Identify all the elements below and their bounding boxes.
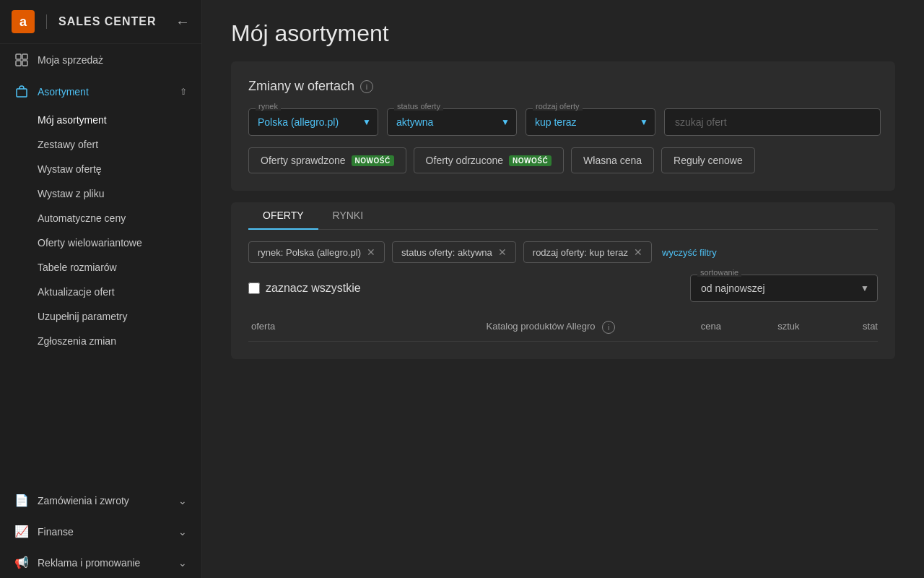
- reguly-cenowe-label: Reguły cenowe: [674, 155, 743, 166]
- check-all-text: zaznacz wszystkie: [266, 282, 361, 295]
- rynek-label: rynek: [256, 102, 281, 111]
- wlasna-cena-label: Własna cena: [583, 155, 642, 166]
- reguly-cenowe-button[interactable]: Reguły cenowe: [661, 147, 755, 173]
- chip-rodzaj-label: rodzaj oferty: kup teraz: [533, 247, 628, 258]
- status-label: status oferty: [394, 102, 443, 111]
- sidebar-item-finanse[interactable]: 📈 Finanse ⌄: [0, 516, 201, 547]
- main-content: Mój asortyment Zmiany w ofertach i rynek…: [202, 0, 924, 578]
- back-button[interactable]: ←: [175, 14, 190, 30]
- sidebar-item-zamowienia-label: Zamówienia i zwroty: [38, 495, 129, 506]
- oferty-sprawdzone-button[interactable]: Oferty sprawdzone NOWOŚĆ: [248, 147, 406, 173]
- section-info-icon[interactable]: i: [360, 80, 373, 93]
- sidebar-item-finanse-label: Finanse: [38, 526, 74, 538]
- sidebar-item-asortyment-label: Asortyment: [38, 86, 89, 98]
- sidebar-item-automatyczne-ceny[interactable]: Automatyczne ceny: [0, 206, 201, 230]
- section-title-row: Zmiany w ofertach i: [248, 79, 878, 94]
- svg-rect-2: [16, 61, 21, 66]
- header-divider: [46, 14, 47, 29]
- svg-rect-1: [22, 54, 27, 59]
- sidebar-item-reklama[interactable]: 📢 Reklama i promowanie ⌄: [0, 547, 201, 578]
- oferty-odrzucone-badge: NOWOŚĆ: [509, 155, 552, 166]
- chip-rynek-close-icon[interactable]: ✕: [367, 246, 375, 258]
- offers-card: OFERTY RYNKI rynek: Polska (allegro.pl) …: [231, 202, 895, 359]
- th-katalog-text: Katalog produktów Allegro: [487, 321, 596, 332]
- filters-row: rynek Polska (allegro.pl) ▼ status ofert…: [248, 108, 878, 136]
- check-all-checkbox[interactable]: [248, 282, 260, 294]
- sidebar-item-zgloszenia-zmian[interactable]: Zgłoszenia zmian: [0, 329, 201, 353]
- oferty-sprawdzone-badge: NOWOŚĆ: [352, 155, 394, 166]
- svg-rect-3: [22, 61, 27, 66]
- sidebar-item-uzupelnij-parametry[interactable]: Uzupełnij parametry: [0, 304, 201, 329]
- chip-rodzaj-close-icon[interactable]: ✕: [634, 246, 642, 258]
- rynek-select-wrap: Polska (allegro.pl) ▼: [248, 108, 378, 136]
- sort-select-wrap: od najnowszej od najstarszej cena rosnąc…: [690, 275, 878, 302]
- sidebar-item-zamowienia[interactable]: 📄 Zamówienia i zwroty ⌄: [0, 485, 201, 516]
- chip-status-label: status oferty: aktywna: [401, 247, 492, 258]
- oferty-odrzucone-button[interactable]: Oferty odrzucone NOWOŚĆ: [414, 147, 565, 173]
- search-input[interactable]: [664, 108, 881, 136]
- chip-rynek: rynek: Polska (allegro.pl) ✕: [248, 241, 385, 263]
- sidebar-item-moj-asortyment[interactable]: Mój asortyment: [0, 108, 201, 132]
- page-title: Mój asortyment: [231, 20, 895, 47]
- logo-icon: a: [12, 10, 35, 33]
- tab-oferty[interactable]: OFERTY: [248, 202, 318, 230]
- oferty-sprawdzone-label: Oferty sprawdzone: [261, 155, 346, 166]
- finanse-chevron-icon: ⌄: [178, 526, 187, 538]
- status-filter-group: status oferty aktywna ▼: [387, 108, 517, 136]
- chip-rodzaj: rodzaj oferty: kup teraz ✕: [523, 241, 652, 263]
- th-sztuk: sztuk: [721, 321, 800, 334]
- sort-group: sortowanie od najnowszej od najstarszej …: [690, 275, 878, 302]
- check-all-label[interactable]: zaznacz wszystkie: [248, 282, 361, 295]
- katalog-info-icon[interactable]: i: [602, 321, 615, 334]
- grid-icon: [14, 53, 29, 67]
- finance-icon: 📈: [14, 525, 29, 538]
- sidebar-header: a SALES CENTER ←: [0, 0, 201, 44]
- rynek-select[interactable]: Polska (allegro.pl): [248, 108, 378, 136]
- sidebar: a SALES CENTER ← Moja sprzedaż Asortymen…: [0, 0, 202, 578]
- chip-rynek-label: rynek: Polska (allegro.pl): [258, 247, 361, 258]
- main-header: Mój asortyment: [202, 0, 924, 61]
- sidebar-item-zestawy-ofert[interactable]: Zestawy ofert: [0, 132, 201, 157]
- rodzaj-filter-group: rodzaj oferty kup teraz ▼: [526, 108, 655, 136]
- sidebar-item-tabele-rozmiarow[interactable]: Tabele rozmiarów: [0, 255, 201, 280]
- content-area: Zmiany w ofertach i rynek Polska (allegr…: [202, 61, 924, 400]
- rodzaj-label: rodzaj oferty: [533, 102, 583, 111]
- rodzaj-select-wrap: kup teraz ▼: [526, 108, 655, 136]
- asortyment-sub-menu: Mój asortyment Zestawy ofert Wystaw ofer…: [0, 108, 201, 353]
- sidebar-item-moja-sprzedaz[interactable]: Moja sprzedaż: [0, 44, 201, 76]
- rodzaj-select[interactable]: kup teraz: [526, 108, 655, 136]
- sidebar-item-moja-sprzedaz-label: Moja sprzedaż: [38, 54, 103, 66]
- clear-filters-button[interactable]: wyczyść filtry: [659, 247, 720, 258]
- th-oferta: oferta: [248, 321, 487, 334]
- th-status: stat: [800, 321, 879, 334]
- sidebar-item-reklama-label: Reklama i promowanie: [38, 557, 140, 569]
- tabs-row: OFERTY RYNKI: [248, 202, 878, 230]
- status-select-wrap: aktywna ▼: [387, 108, 517, 136]
- wlasna-cena-button[interactable]: Własna cena: [571, 147, 654, 173]
- th-katalog: Katalog produktów Allegro i: [487, 321, 643, 334]
- th-cena: cena: [643, 321, 722, 334]
- oferty-odrzucone-label: Oferty odrzucone: [426, 155, 503, 166]
- svg-rect-0: [16, 54, 21, 59]
- svg-rect-4: [17, 89, 27, 97]
- section-title-text: Zmiany w ofertach: [248, 79, 354, 94]
- reklama-chevron-icon: ⌄: [178, 557, 187, 569]
- sorting-row: zaznacz wszystkie sortowanie od najnowsz…: [248, 275, 878, 302]
- status-select[interactable]: aktywna: [387, 108, 517, 136]
- megaphone-icon: 📢: [14, 556, 29, 569]
- sort-select[interactable]: od najnowszej od najstarszej cena rosnąc…: [690, 275, 878, 302]
- sidebar-item-wystaw-oferte[interactable]: Wystaw ofertę: [0, 157, 201, 181]
- sidebar-item-asortyment[interactable]: Asortyment ⇧: [0, 76, 201, 108]
- sidebar-item-wystaw-z-pliku[interactable]: Wystaw z pliku: [0, 181, 201, 206]
- action-buttons-row: Oferty sprawdzone NOWOŚĆ Oferty odrzucon…: [248, 147, 878, 173]
- tab-rynki[interactable]: RYNKI: [318, 202, 378, 230]
- sidebar-item-oferty-wielowariantowe[interactable]: Oferty wielowariantowe: [0, 230, 201, 255]
- chip-status-close-icon[interactable]: ✕: [498, 246, 507, 258]
- sort-label: sortowanie: [697, 268, 741, 277]
- zamowienia-chevron-icon: ⌄: [178, 495, 187, 506]
- box-icon: [14, 85, 29, 99]
- asortyment-chevron-icon: ⇧: [180, 87, 187, 97]
- filter-chips-row: rynek: Polska (allegro.pl) ✕ status ofer…: [248, 241, 878, 263]
- table-header: oferta Katalog produktów Allegro i cena …: [248, 314, 878, 342]
- sidebar-item-aktualizacje-ofert[interactable]: Aktualizacje ofert: [0, 280, 201, 304]
